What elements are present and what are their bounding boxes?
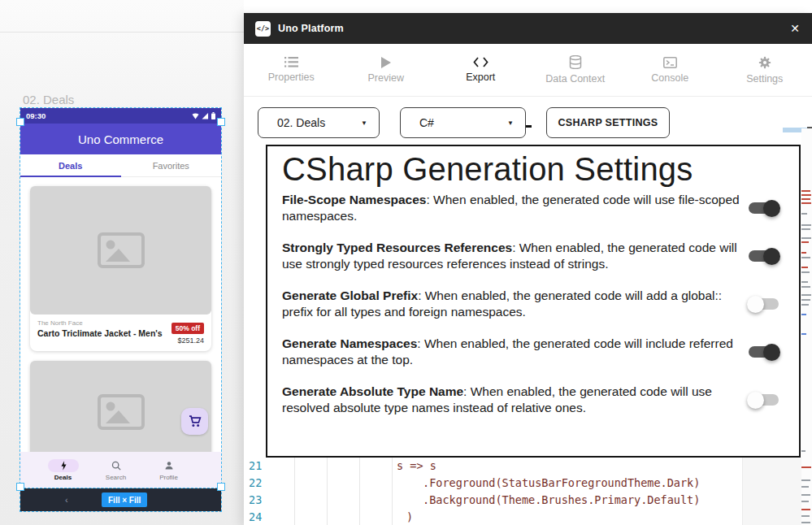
csharp-settings-button[interactable]: CSHARP SETTINGS bbox=[546, 107, 670, 138]
setting-name: Generate Global Prefix bbox=[282, 289, 418, 302]
minimap-mark bbox=[801, 241, 809, 243]
setting-row: Generate Namespaces: When enabled, the g… bbox=[282, 336, 783, 368]
phone-status-bar: 09:30 bbox=[20, 108, 221, 124]
setting-toggle[interactable] bbox=[749, 298, 779, 310]
line-text: ) bbox=[406, 510, 413, 523]
tab-properties[interactable]: Properties bbox=[244, 44, 339, 96]
setting-toggle[interactable] bbox=[749, 202, 779, 214]
minimap-mark bbox=[801, 194, 811, 196]
toggle-knob bbox=[763, 200, 780, 217]
tab-label: Export bbox=[466, 72, 495, 83]
tab-export[interactable]: Export bbox=[433, 44, 528, 96]
minimap-mark bbox=[801, 450, 805, 452]
artboard-label: 02. Deals bbox=[23, 93, 74, 106]
toggle-knob bbox=[763, 248, 780, 265]
status-icons bbox=[192, 112, 215, 119]
setting-name: Strongly Typed Resources References bbox=[282, 241, 512, 254]
minimap-mark bbox=[801, 252, 806, 254]
minimap-mark bbox=[801, 304, 809, 306]
phone-mockup[interactable]: 09:30 Uno Commerce Deals Favorites bbox=[20, 108, 221, 488]
minimap-mark bbox=[801, 522, 810, 523]
setting-text: Generate Absolute Type Name: When enable… bbox=[282, 384, 742, 416]
product-card[interactable]: The North Face Carto Triclimate Jacket -… bbox=[30, 186, 211, 351]
setting-name: Generate Namespaces bbox=[282, 336, 417, 350]
tab-preview[interactable]: Preview bbox=[339, 44, 434, 96]
setting-toggle[interactable] bbox=[749, 346, 779, 358]
product-card-text: The North Face Carto Triclimate Jacket -… bbox=[37, 319, 163, 345]
setting-toggle[interactable] bbox=[749, 250, 779, 262]
phone-tab-favorites[interactable]: Favorites bbox=[121, 154, 222, 176]
nav-label: Search bbox=[106, 474, 126, 481]
export-controls: 02. Deals ▼ C# ▼ CSHARP SETTINGS bbox=[258, 107, 670, 138]
page-select-value: 02. Deals bbox=[277, 116, 325, 129]
product-card-info: The North Face Carto Triclimate Jacket -… bbox=[30, 315, 211, 351]
chevron-down-icon: ▼ bbox=[507, 119, 514, 127]
minimap-mark bbox=[801, 281, 808, 283]
tab-label: Console bbox=[651, 72, 688, 84]
code-minimap[interactable] bbox=[801, 128, 812, 525]
code-editor[interactable]: 21 s => s 22 .Foreground(StatusBarForegr… bbox=[244, 457, 742, 525]
minimap-mark bbox=[801, 228, 810, 230]
discount-badge: 50% off bbox=[172, 323, 204, 334]
minimap-mark bbox=[801, 333, 806, 335]
setting-toggle[interactable] bbox=[749, 394, 779, 406]
selection-handle-bottom-right[interactable] bbox=[217, 483, 225, 491]
phone-content: The North Face Carto Triclimate Jacket -… bbox=[20, 177, 221, 488]
tab-settings[interactable]: Settings bbox=[718, 44, 812, 96]
product-name: Carto Triclimate Jacket - Men's bbox=[37, 328, 163, 338]
minimap-mark bbox=[801, 257, 810, 258]
nav-pill bbox=[154, 459, 185, 472]
nav-item-profile[interactable]: Profile bbox=[142, 459, 195, 481]
screen: 02. Deals 09:30 Uno Commerce Deals Favor… bbox=[0, 0, 812, 525]
line-text: .Foreground(StatusBarForegroundTheme.Dar… bbox=[423, 476, 700, 489]
tab-console[interactable]: Console bbox=[623, 44, 718, 96]
line-text: .Background(Theme.Brushes.Primary.Defaul… bbox=[423, 493, 700, 506]
minimap-mark bbox=[801, 501, 809, 502]
phone-tab-deals[interactable]: Deals bbox=[20, 154, 121, 176]
signal-icon bbox=[202, 113, 209, 119]
indent-guide bbox=[294, 457, 295, 525]
toggle-knob bbox=[747, 296, 764, 313]
line-number: 22 bbox=[249, 476, 262, 489]
setting-text: Generate Global Prefix: When enabled, th… bbox=[282, 288, 742, 320]
setting-name: File-Scope Namespaces bbox=[282, 193, 426, 206]
settings-list: File-Scope Namespaces: When enabled, the… bbox=[282, 192, 783, 416]
size-badge-button[interactable]: Fill × Fill bbox=[102, 492, 147, 507]
person-icon bbox=[164, 461, 174, 471]
minimap-mark bbox=[801, 299, 810, 301]
selection-handle-top-left[interactable] bbox=[16, 118, 24, 126]
nav-pill bbox=[101, 459, 132, 472]
terminal-icon bbox=[663, 57, 677, 68]
nav-item-deals[interactable]: Deals bbox=[37, 459, 89, 481]
minimap-mark bbox=[801, 190, 810, 192]
panel-tab-bar: Properties Preview Export Data Context C… bbox=[244, 44, 812, 97]
csharp-settings-modal: CSharp Generation Settings File-Scope Na… bbox=[266, 145, 801, 458]
tab-label: Preview bbox=[368, 72, 404, 84]
minimap-mark bbox=[801, 294, 811, 296]
tab-data-context[interactable]: Data Context bbox=[528, 44, 623, 96]
minimap-mark bbox=[801, 198, 810, 200]
gear-icon bbox=[758, 56, 771, 69]
page-select[interactable]: 02. Deals ▼ bbox=[258, 107, 380, 138]
nav-label: Deals bbox=[54, 474, 72, 481]
selection-handle-top-right[interactable] bbox=[217, 118, 225, 126]
close-icon[interactable]: ✕ bbox=[788, 21, 802, 36]
modal-title: CSharp Generation Settings bbox=[282, 151, 783, 188]
collapse-chevron-icon[interactable]: ‹ bbox=[65, 495, 68, 505]
minimap-mark bbox=[801, 509, 810, 510]
selection-handle-bottom-left[interactable] bbox=[16, 483, 24, 491]
status-time: 09:30 bbox=[26, 111, 46, 120]
language-select[interactable]: C# ▼ bbox=[400, 107, 526, 138]
product-brand: The North Face bbox=[37, 319, 163, 327]
line-number: 21 bbox=[249, 459, 262, 472]
tab-label: Properties bbox=[268, 72, 315, 83]
toggle-knob bbox=[763, 344, 780, 361]
battery-icon bbox=[211, 112, 215, 119]
nav-item-search[interactable]: Search bbox=[89, 459, 142, 481]
tab-label: Settings bbox=[746, 73, 783, 85]
cart-fab-button[interactable] bbox=[181, 408, 208, 435]
setting-row: File-Scope Namespaces: When enabled, the… bbox=[282, 192, 783, 224]
tab-label: Data Context bbox=[545, 73, 605, 85]
indent-guide bbox=[392, 457, 393, 525]
indent-guide bbox=[359, 457, 360, 525]
